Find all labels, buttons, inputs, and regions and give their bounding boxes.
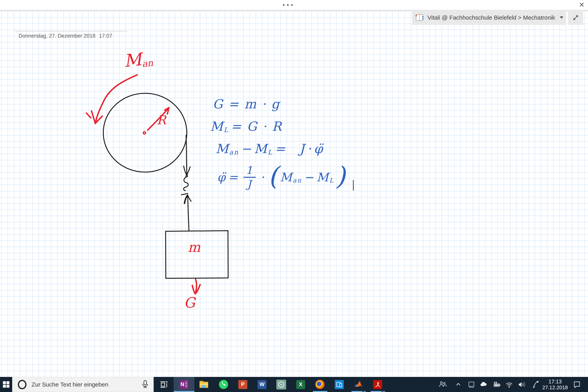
taskbar-app-firefox[interactable] [310,377,329,392]
running-indicator-2 [363,391,366,392]
taskbar-clock[interactable]: 17:13 27.12.2018 [541,377,569,392]
chevron-up-icon [454,381,462,388]
tray-pen[interactable] [530,377,541,392]
taskbar-app-file-explorer[interactable] [194,377,213,392]
label-weight-force: G [184,294,195,311]
powerpoint-icon: P [238,380,247,389]
microphone-icon[interactable] [141,380,149,390]
running-indicator [371,391,382,392]
excel-icon: X [296,380,305,389]
taskbar-search[interactable] [12,377,154,392]
page-time: 17:07 [99,33,112,39]
notebook-icon [415,13,424,22]
formula-load-torque: ML = G · R [210,119,284,134]
search-input[interactable] [31,381,141,388]
your-phone-icon [335,380,344,389]
expand-button[interactable] [568,10,583,25]
label-radius: R [157,113,166,127]
label-drive-torque: Man [123,48,154,71]
acrobat-icon [373,380,382,389]
tray-display[interactable] [466,377,477,392]
fraction-one-over-j: 1 J [244,165,256,190]
tray-wifi[interactable] [504,377,515,392]
taskbar-app-powerpoint[interactable]: P [234,377,252,392]
taskbar-app-whatsapp[interactable] [214,377,233,392]
titlebar [0,0,588,10]
running-indicator [352,391,362,392]
date-rule [15,31,127,32]
reveal-dots-icon[interactable] [283,4,293,6]
task-view-icon [159,380,168,390]
tray-onedrive[interactable] [478,377,490,392]
pen-icon [531,380,540,389]
taskbar-app-word[interactable]: W [253,377,272,392]
onenote-icon: N [180,380,188,389]
chevron-down-icon [560,16,563,18]
formula-weight: G = m · g [213,97,280,111]
onenote-fullscreen-window: Donnerstag, 27. Dezember 2018 17:07 [0,0,588,392]
taskbar-app-excel[interactable]: X [291,377,310,392]
formula-torque-balance: Man − ML = J · φ̈ [216,142,324,156]
running-indicator-2 [382,391,385,392]
windows-logo-icon [3,381,10,388]
close-button[interactable] [578,1,586,8]
running-indicator [313,391,327,392]
clock-time: 17:13 [548,379,562,384]
notebook-title: Vitali @ Fachhochschule Bielefeld > Mech… [428,14,555,21]
hexagon-app-icon [276,380,286,390]
speaker-icon [517,380,527,389]
text-cursor [353,180,354,190]
taskbar-app-matlab[interactable] [349,377,368,392]
taskbar-app-acrobat[interactable] [368,377,387,392]
cortana-icon [18,380,26,389]
matlab-icon [354,380,364,389]
people-icon [438,380,448,389]
clock-date: 27.12.2018 [542,384,568,390]
taskbar-app-task-view[interactable] [154,377,173,392]
tray-battery[interactable] [491,377,502,392]
display-icon [467,380,476,389]
whatsapp-icon [219,380,228,389]
formula-angular-accel: φ̈ = 1 J · ( Man − ML ) [217,162,347,193]
resize-diagonal-icon [571,13,580,22]
action-center-icon [572,380,581,389]
active-app-indicator [174,391,194,392]
taskbar: N [0,377,588,392]
start-button[interactable] [0,377,12,392]
taskbar-app-your-phone[interactable] [330,377,349,392]
notebook-dropdown[interactable]: Vitali @ Fachhochschule Bielefeld > Mech… [412,10,566,25]
taskbar-app-hexagon[interactable] [272,377,291,392]
action-center-button[interactable] [571,377,582,392]
taskbar-app-onenote[interactable]: N [174,377,194,392]
wifi-icon [504,380,514,389]
tray-people[interactable] [437,377,448,392]
battery-charging-icon [492,380,501,389]
firefox-icon [315,380,324,389]
note-canvas[interactable] [0,10,588,377]
file-explorer-icon [199,380,208,389]
onedrive-cloud-icon [479,380,489,389]
close-icon [578,1,585,8]
tray-show-hidden[interactable] [453,377,464,392]
label-mass: m [188,240,200,255]
page-date: Donnerstag, 27. Dezember 2018 [18,33,96,39]
tray-volume[interactable] [516,377,527,392]
word-icon: W [258,380,266,389]
